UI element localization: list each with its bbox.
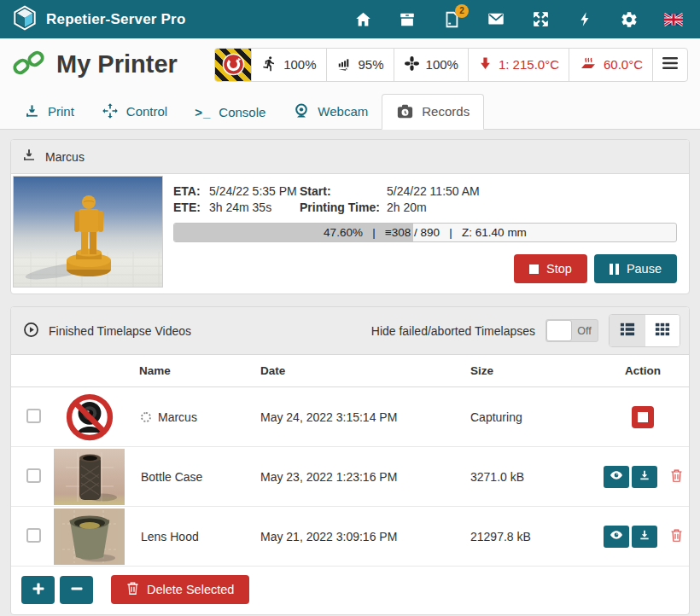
tab-console-label: Console xyxy=(219,105,265,119)
video-size: Capturing xyxy=(470,410,597,424)
stop-button[interactable]: Stop xyxy=(514,254,587,283)
tab-print[interactable]: Print xyxy=(10,95,88,129)
toggle-knob xyxy=(546,320,572,341)
row-checkbox[interactable] xyxy=(26,409,41,423)
preview-button[interactable] xyxy=(604,466,629,488)
job-thumbnail xyxy=(13,176,163,288)
table-header: Name Date Size Action xyxy=(11,355,689,387)
timelapse-card: Finished Timelapse Videos Hide failed/ab… xyxy=(10,306,690,615)
settings-gear-icon[interactable] xyxy=(620,10,639,29)
col-name: Name xyxy=(139,364,260,377)
video-date: May 24, 2022 3:15:14 PM xyxy=(260,410,470,424)
brand: Repetier-Server Pro xyxy=(12,5,185,33)
fan-value: 100% xyxy=(426,57,458,72)
print-job-header: Marcus xyxy=(11,140,689,174)
table-row: Bottle Case May 23, 2022 1:23:16 PM 3271… xyxy=(11,447,689,507)
progress-text: 47.60% | ≡308 / 890 | Z: 61.40 mm xyxy=(174,224,676,241)
download-button[interactable] xyxy=(632,526,657,548)
delete-video-button[interactable] xyxy=(670,528,683,545)
timelapse-title: Finished Timelapse Videos xyxy=(49,324,191,338)
stop-capture-button[interactable] xyxy=(632,406,654,428)
bed-temp[interactable]: 60.0°C xyxy=(569,49,652,81)
start-label: Start: xyxy=(300,184,387,198)
control-tab-icon xyxy=(102,102,119,119)
delete-selected-button[interactable]: Delete Selected xyxy=(111,575,249,604)
flow-icon xyxy=(336,55,353,74)
connected-link-icon xyxy=(12,47,46,82)
power-actions-icon[interactable] xyxy=(575,10,594,29)
pause-button-label: Pause xyxy=(627,262,662,276)
eye-icon xyxy=(610,470,623,483)
minus-icon xyxy=(70,582,84,598)
list-view-icon xyxy=(619,322,636,340)
row-checkbox[interactable] xyxy=(26,468,41,483)
printer-tabs: Print Control >_ Console We xyxy=(0,89,700,130)
menu-icon xyxy=(662,56,678,73)
trash-icon xyxy=(670,468,683,485)
list-view-button[interactable] xyxy=(610,315,645,346)
tab-webcam-label: Webcam xyxy=(318,104,368,119)
fan-control[interactable]: 100% xyxy=(394,49,468,81)
print-queue-icon[interactable]: 2 xyxy=(442,10,461,29)
delete-video-button[interactable] xyxy=(670,468,683,485)
extruder-temp-icon xyxy=(478,56,493,73)
download-button[interactable] xyxy=(632,466,657,488)
tab-records-label: Records xyxy=(422,104,470,119)
webcam-tab-icon xyxy=(293,102,310,119)
row-checkbox[interactable] xyxy=(26,528,41,543)
records-tab-icon xyxy=(396,103,414,119)
video-date: May 21, 2022 3:09:16 PM xyxy=(260,530,470,543)
no-webcam-thumbnail xyxy=(54,389,125,445)
printer-title: My Printer xyxy=(56,50,178,78)
delete-selected-label: Delete Selected xyxy=(147,583,234,596)
flow-factor[interactable]: 95% xyxy=(326,49,394,81)
printing-time-label: Printing Time: xyxy=(300,200,387,214)
deselect-all-button[interactable] xyxy=(60,576,93,604)
queue-badge: 2 xyxy=(455,4,469,18)
extruder-temp-value: 1: 215.0°C xyxy=(499,57,559,72)
tab-print-label: Print xyxy=(48,104,74,119)
emergency-stop-button[interactable] xyxy=(215,49,251,81)
preview-button[interactable] xyxy=(604,526,629,548)
extruder-temp[interactable]: 1: 215.0°C xyxy=(468,49,569,81)
tab-control[interactable]: Control xyxy=(88,94,181,129)
tab-console[interactable]: >_ Console xyxy=(181,96,279,129)
trash-icon-white xyxy=(126,581,139,598)
timelapse-header: Finished Timelapse Videos Hide failed/ab… xyxy=(11,307,689,355)
video-name: Marcus xyxy=(158,410,197,424)
home-icon[interactable] xyxy=(353,10,372,29)
video-size: 3271.0 kB xyxy=(470,470,597,484)
printer-menu-button[interactable] xyxy=(652,49,687,81)
grid-view-button[interactable] xyxy=(645,315,680,346)
col-date: Date xyxy=(260,364,470,377)
fullscreen-icon[interactable] xyxy=(531,10,550,29)
speed-icon xyxy=(261,55,277,74)
tab-control-label: Control xyxy=(126,104,167,119)
stop-capture-icon xyxy=(638,412,648,422)
bed-temp-value: 60.0°C xyxy=(604,57,643,72)
toggle-state-label: Off xyxy=(571,320,598,341)
play-circle-icon xyxy=(23,322,39,340)
timelapse-footer: Delete Selected xyxy=(11,567,689,614)
printing-time-value: 2h 20m xyxy=(387,200,677,214)
select-all-button[interactable] xyxy=(21,576,55,604)
col-action: Action xyxy=(597,364,689,377)
video-name: Bottle Case xyxy=(141,470,202,484)
print-job-name: Marcus xyxy=(45,150,85,164)
printers-box-icon[interactable] xyxy=(398,10,417,29)
hide-failed-toggle[interactable]: Off xyxy=(545,319,598,342)
speed-factor[interactable]: 100% xyxy=(251,49,325,81)
emergency-stop-icon xyxy=(215,49,251,81)
plus-icon xyxy=(32,582,45,598)
language-flag-icon[interactable] xyxy=(664,10,683,29)
tab-webcam[interactable]: Webcam xyxy=(279,94,382,129)
flow-value: 95% xyxy=(359,57,384,72)
table-row: Lens Hood May 21, 2022 3:09:16 PM 21297.… xyxy=(11,507,689,567)
tab-records[interactable]: Records xyxy=(382,94,484,130)
trash-icon xyxy=(670,528,683,545)
pause-button[interactable]: Pause xyxy=(594,254,677,283)
eta-label: ETA: xyxy=(173,184,209,198)
grid-view-icon xyxy=(654,322,671,340)
messages-icon[interactable] xyxy=(487,10,505,29)
ete-value: 3h 24m 35s xyxy=(209,200,300,214)
